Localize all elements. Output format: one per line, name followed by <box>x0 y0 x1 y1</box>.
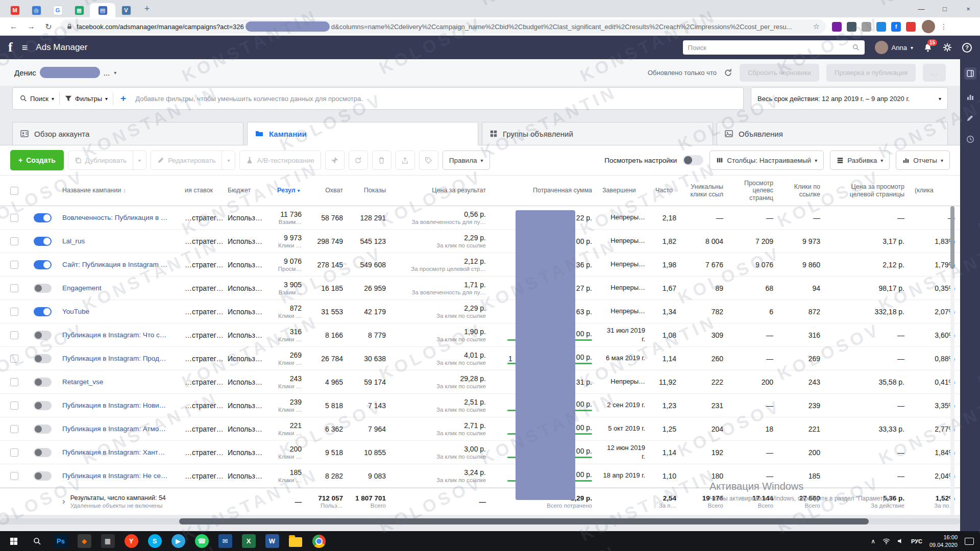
expand-summary-chevron[interactable]: › <box>62 496 65 507</box>
reload-button[interactable]: ↻ <box>42 22 55 32</box>
volume-icon[interactable] <box>897 538 904 544</box>
table-row[interactable]: Вовлеченность: Публикация в … …стратег… … <box>0 206 960 230</box>
tab-ads[interactable]: Объявления <box>717 122 948 145</box>
campaign-toggle[interactable] <box>34 260 52 269</box>
row-checkbox[interactable] <box>10 402 18 410</box>
header-link-clicks[interactable]: Клики по ссылке <box>778 176 825 206</box>
campaign-name-link[interactable]: Публикация в Instagram: Хант… <box>62 448 165 456</box>
table-row[interactable]: Retarget_vse …стратег… Использ… 243Клики… <box>0 370 960 394</box>
row-checkbox[interactable] <box>10 472 18 480</box>
tab-campaigns[interactable]: Кампании <box>247 122 478 145</box>
view-settings-toggle[interactable] <box>683 155 703 165</box>
pin-button[interactable] <box>325 151 345 170</box>
word-icon[interactable]: W <box>260 531 284 551</box>
rail-edit-button[interactable] <box>966 114 974 122</box>
header-budget[interactable]: Бюджет <box>223 176 272 206</box>
table-row[interactable]: Публикация в Instagram: Хант… …стратег… … <box>0 441 960 464</box>
refresh-icon[interactable] <box>724 68 732 77</box>
header-landing-page-views[interactable]: Просмотр целевс страниц <box>728 176 778 206</box>
campaign-name-link[interactable]: Публикация в Instagram: Атмо… <box>62 425 166 433</box>
back-button[interactable]: ← <box>7 22 20 31</box>
row-checkbox[interactable] <box>10 378 18 386</box>
action-center-icon[interactable] <box>965 538 974 545</box>
taskbar-search-button[interactable] <box>26 531 49 551</box>
campaign-name-link[interactable]: Retarget_vse <box>62 378 103 386</box>
campaign-toggle[interactable] <box>34 237 52 246</box>
campaign-toggle[interactable] <box>34 424 52 434</box>
columns-button[interactable]: Столбцы: Настраиваемый ▾ <box>709 151 824 170</box>
scrollbar-thumb[interactable] <box>950 206 954 269</box>
campaign-name-link[interactable]: YouTube <box>62 308 89 315</box>
header-unique-link-clicks[interactable]: Уникальны клики ссыл <box>681 176 728 206</box>
edit-button[interactable]: Редактировать <box>151 151 222 170</box>
chrome-icon[interactable] <box>307 531 331 551</box>
campaign-toggle[interactable] <box>34 378 52 387</box>
table-row[interactable]: YouTube …стратег… Использ… 872Клики … 31… <box>0 300 960 323</box>
calculator-icon[interactable]: ▦ <box>96 531 119 551</box>
duplicate-dropdown[interactable]: ▾ <box>133 151 146 170</box>
header-bid-strategy[interactable]: ия ставок <box>180 176 223 206</box>
header-frequency[interactable]: Часто <box>650 176 681 206</box>
search-filter-dropdown[interactable]: Поиск ▾ <box>20 95 54 103</box>
campaign-toggle[interactable] <box>34 213 52 222</box>
review-publish-button[interactable]: Проверка и публикация <box>826 64 916 82</box>
ext-icon-5[interactable] <box>906 22 916 32</box>
create-button[interactable]: + Создать <box>10 150 64 170</box>
campaign-toggle[interactable] <box>34 307 52 316</box>
tray-expand-icon[interactable]: ∧ <box>871 538 875 545</box>
header-cost-per-lp-view[interactable]: Цена за просмотр целевой страницы <box>825 176 910 206</box>
tab-ad-sets[interactable]: Группы объявлений <box>482 122 713 145</box>
app-icon-1[interactable]: ◆ <box>72 531 96 551</box>
reports-button[interactable]: Отчеты ▾ <box>896 151 950 170</box>
facebook-ext-icon[interactable]: f <box>891 22 901 32</box>
rail-charts-button[interactable] <box>966 93 974 101</box>
header-ends[interactable]: Завершени <box>597 176 650 206</box>
notifications-button[interactable]: 15 <box>923 43 933 52</box>
table-row[interactable]: Сайт: Публикация в Instagram … …стратег…… <box>0 253 960 277</box>
ext-icon-3[interactable] <box>862 22 871 32</box>
campaign-name-link[interactable]: Lal_rus <box>62 237 85 245</box>
account-name[interactable]: Денис <box>14 68 36 77</box>
campaign-name-link[interactable]: Engagement <box>62 284 102 292</box>
window-close-button[interactable]: × <box>957 0 980 17</box>
google-tab[interactable]: G <box>47 3 68 17</box>
ext-icon-1[interactable] <box>832 22 842 32</box>
header-ctr[interactable]: (клика <box>910 176 960 206</box>
delete-button[interactable] <box>372 151 391 170</box>
language-indicator[interactable]: РУС <box>911 538 922 544</box>
campaign-name-link[interactable]: Публикация в Instagram: Что с… <box>62 331 166 339</box>
photoshop-icon[interactable]: Ps <box>49 531 72 551</box>
telegram-icon[interactable]: ▶ <box>166 531 190 551</box>
forward-button[interactable]: → <box>24 22 38 31</box>
url-bar[interactable]: facebook.com/adsmanager/manage/campaigns… <box>60 19 826 34</box>
ab-test-button[interactable]: А/В-тестирование <box>239 151 321 170</box>
rail-panel-button[interactable] <box>964 67 976 80</box>
campaign-toggle[interactable] <box>34 448 52 457</box>
window-minimize-button[interactable]: — <box>910 0 933 17</box>
account-chevron-down-icon[interactable]: ▾ <box>114 70 116 76</box>
edit-dropdown[interactable]: ▾ <box>222 151 235 170</box>
row-checkbox[interactable] <box>10 214 18 222</box>
header-amount-spent[interactable]: Потраченная сумма <box>491 176 597 206</box>
tag-button[interactable] <box>419 151 438 170</box>
campaign-name-link[interactable]: Публикация в Instagram: Нови… <box>62 402 166 409</box>
vk-tab[interactable]: V <box>115 3 137 17</box>
row-checkbox[interactable] <box>10 425 18 433</box>
campaign-name-link[interactable]: Публикация в Instagram: Прод… <box>62 355 166 362</box>
browser-profile-avatar[interactable] <box>922 20 935 33</box>
row-checkbox[interactable] <box>10 355 18 363</box>
campaign-name-link[interactable]: Сайт: Публикация в Instagram … <box>62 261 167 268</box>
hamburger-menu-icon[interactable]: ≡ <box>22 42 28 54</box>
tab-account-overview[interactable]: Обзор аккаунта <box>12 122 243 145</box>
campaign-toggle[interactable] <box>34 471 52 481</box>
add-filter-button[interactable]: + <box>118 93 128 104</box>
browser-menu-icon[interactable]: ⋮ <box>940 22 947 31</box>
skype-icon[interactable]: S <box>143 531 166 551</box>
table-vertical-scrollbar[interactable] <box>950 206 954 515</box>
header-cost-per-result[interactable]: Цена за результат <box>391 176 491 206</box>
table-row[interactable]: Lal_rus …стратег… Использ… 9 973Клики … … <box>0 230 960 253</box>
start-button[interactable] <box>2 531 26 551</box>
clock[interactable]: 16:00 09.04.2020 <box>929 534 958 548</box>
campaign-name-link[interactable]: Вовлеченность: Публикация в … <box>62 214 167 221</box>
excel-icon[interactable]: X <box>237 531 260 551</box>
